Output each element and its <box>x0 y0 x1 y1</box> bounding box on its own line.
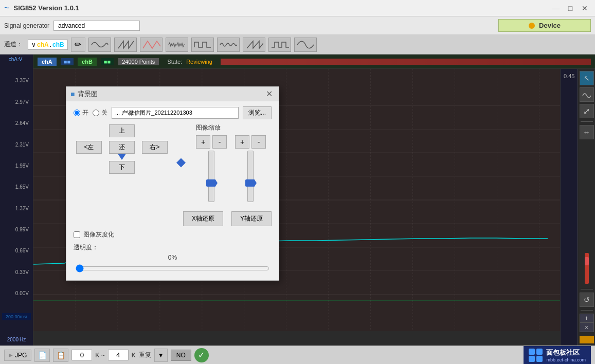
titlebar: ~ SIG852 Version 1.0.1 — □ ✕ <box>0 0 595 16</box>
y-label-10: 0.00V <box>2 290 31 296</box>
radio-on-input[interactable] <box>74 110 80 116</box>
y-label-1: 2.97V <box>2 99 31 105</box>
wave-btn-noise[interactable] <box>166 38 188 52</box>
right-controls: ↖ ⤢ ↔ ↺ + <box>578 69 595 345</box>
confirm-button[interactable]: ✓ <box>194 348 209 362</box>
y-zoom-thumb <box>245 179 257 187</box>
transparency-row: 透明度： <box>74 243 272 252</box>
y-zoom-minus-button[interactable]: - <box>251 135 266 149</box>
radio-off-label[interactable]: 关 <box>93 108 107 117</box>
state-label: State: <box>167 59 182 65</box>
wave-btn-sine[interactable] <box>88 38 111 52</box>
bottom-bar: ▶ JPG 📄 📋 K ~ K 重复 ▼ NO ✓ 面包板社区 mbb.eet-… <box>0 345 595 364</box>
y-zoom-track[interactable] <box>247 151 254 202</box>
titlebar-left: ~ SIG852 Version 1.0.1 <box>4 3 79 13</box>
file-row: 开 关 ... 户\微信图片_202112201303 浏览... <box>74 106 272 119</box>
no-button[interactable]: NO <box>171 350 191 361</box>
dialog-close-button[interactable]: ✕ <box>264 89 275 99</box>
jpg-label: JPG <box>15 352 27 359</box>
channel-b-label: chB <box>52 41 64 48</box>
signal-gen-input[interactable] <box>53 21 140 31</box>
x-restore-button[interactable]: X轴还原 <box>183 211 223 226</box>
doc-icon: 📄 <box>38 351 47 359</box>
zoom-plus-button[interactable]: + <box>580 314 594 323</box>
x-zoom-plus-button[interactable]: + <box>196 135 210 149</box>
chevron-down-icon: ∨ <box>31 41 36 48</box>
scope-header: chA ■■ chB ■■ 24000 Points State: Review… <box>33 54 595 69</box>
x-zoom-track[interactable] <box>208 151 214 202</box>
right-value-panel: 0.45 <box>560 69 578 345</box>
wave-btn-multi-sine[interactable] <box>217 38 240 52</box>
divider-3 <box>581 310 593 311</box>
clipboard-button[interactable]: 📋 <box>53 349 68 362</box>
wave-btn-ramp[interactable] <box>114 38 137 52</box>
wave-btn-triangle[interactable] <box>140 38 163 52</box>
grayscale-checkbox[interactable] <box>74 231 80 238</box>
expand-icon: ⤢ <box>583 106 590 116</box>
dialog-title: 背景图 <box>78 89 261 99</box>
x-zoom-thumb <box>206 179 218 187</box>
down-with-indicator: 下 <box>109 154 135 174</box>
file-path-display: ... 户\微信图片_202112201303 <box>112 107 239 119</box>
divider-1 <box>581 121 593 122</box>
freq-value: 2000 <box>7 337 19 342</box>
y-restore-button[interactable]: Y轴还原 <box>231 211 272 226</box>
close-button[interactable]: ✕ <box>579 2 591 14</box>
wave-btn-square-wave[interactable] <box>191 38 214 52</box>
wave-selector-bar: 通道： ∨ chA . chB ✏ <box>0 35 595 54</box>
h-slider-indicator-icon <box>176 158 186 168</box>
freq-unit: Hz <box>20 337 26 342</box>
rotate-button[interactable]: ↺ <box>580 293 594 307</box>
time-per-div: 200.00ms/ <box>2 313 31 320</box>
y-axis-title: chA:V <box>2 57 31 62</box>
up-button[interactable]: 上 <box>109 124 135 137</box>
wave-btn-sawtooth[interactable] <box>243 38 265 52</box>
x-zoom-minus-button[interactable]: - <box>212 135 227 149</box>
left-button[interactable]: <左 <box>76 141 102 154</box>
channel-separator: . <box>50 41 51 48</box>
dialog-icon: ■ <box>70 90 75 98</box>
chevron-down-icon: ▼ <box>158 352 164 359</box>
zoom-minus-button[interactable]: × <box>580 323 594 332</box>
y-right-value: 0.45 <box>564 73 574 79</box>
pen-button[interactable]: ✏ <box>71 38 85 52</box>
y-label-7: 0.99V <box>2 227 31 232</box>
channel-select[interactable]: ∨ chA . chB <box>28 40 68 50</box>
transparency-slider-wrapper <box>74 263 272 275</box>
right-button[interactable]: 右> <box>142 141 168 154</box>
k-value1-input[interactable] <box>71 350 92 360</box>
h-expand-button[interactable]: ↔ <box>580 125 594 139</box>
y-label-4: 1.98V <box>2 163 31 169</box>
x-zoom-btns: + - <box>196 135 227 149</box>
k-value2-input[interactable] <box>108 350 129 360</box>
k-tilde-label: K ~ <box>95 352 104 359</box>
transparency-slider[interactable] <box>76 263 269 274</box>
y-label-9: 0.33V <box>2 269 31 275</box>
doc-button[interactable]: 📄 <box>34 349 50 362</box>
radio-on-label[interactable]: 开 <box>74 108 88 117</box>
device-label: Device <box>539 22 561 29</box>
y-zoom-plus-button[interactable]: + <box>235 135 249 149</box>
wave-btn-pulse[interactable] <box>268 38 291 52</box>
cursor-button[interactable]: ↖ <box>580 71 594 85</box>
waveform-mode-button[interactable] <box>580 87 594 102</box>
repeat-select[interactable]: ▼ <box>154 349 168 362</box>
radio-off-text: 关 <box>101 108 107 117</box>
ch-a-value: ■■ <box>61 58 74 65</box>
browse-button[interactable]: 浏览... <box>243 106 272 119</box>
expand-button[interactable]: ⤢ <box>580 104 594 118</box>
nav-grid: 上 <左 还 右> 下 <box>74 123 170 171</box>
wave-btn-smooth[interactable] <box>294 38 317 52</box>
scroll-track[interactable] <box>585 253 589 284</box>
maximize-button[interactable]: □ <box>564 2 576 14</box>
progress-bar <box>221 59 591 65</box>
restore-center-button[interactable]: 还 <box>109 141 135 154</box>
down-button[interactable]: 下 <box>109 161 135 174</box>
titlebar-controls: — □ ✕ <box>550 2 591 14</box>
grayscale-label: 图像灰度化 <box>83 230 114 239</box>
jpg-button[interactable]: ▶ JPG <box>4 350 31 361</box>
radio-off-input[interactable] <box>93 110 99 116</box>
channel-label: 通道： <box>4 40 23 49</box>
minimize-button[interactable]: — <box>550 2 562 14</box>
device-button[interactable]: Device <box>498 19 591 32</box>
